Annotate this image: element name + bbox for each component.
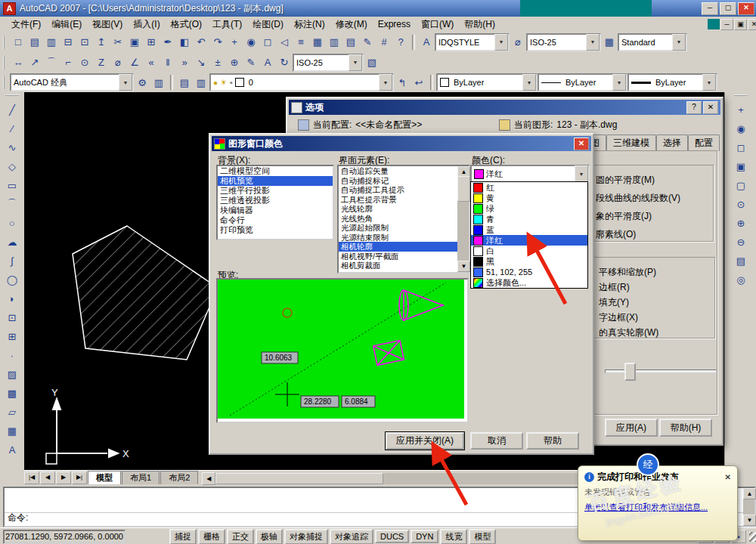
make-block-button[interactable]: ⊞ xyxy=(3,327,21,345)
list-scrollbar[interactable]: ▲ ▼ xyxy=(457,166,469,272)
tolerance-button[interactable]: ± xyxy=(209,54,226,71)
menu-item[interactable]: Express xyxy=(373,17,416,31)
color-option[interactable]: 洋红 xyxy=(471,235,587,246)
markup-button[interactable]: ✎ xyxy=(359,34,376,51)
status-toggle[interactable]: 极轴 xyxy=(256,529,283,544)
color-option[interactable]: 黑 xyxy=(471,256,587,267)
options-tab[interactable]: 选择 xyxy=(656,134,688,151)
dimension-edit-button[interactable]: ✎ xyxy=(243,54,259,71)
toolbar-grip[interactable] xyxy=(3,76,7,89)
arc-button[interactable]: ⌒ xyxy=(3,195,21,213)
zoom-realtime-button[interactable]: ◉ xyxy=(243,34,259,51)
menu-item[interactable]: 插入(I) xyxy=(128,17,165,32)
menu-item[interactable]: 帮助(H) xyxy=(459,17,500,32)
insert-block-button[interactable]: ⊡ xyxy=(3,308,21,326)
layer-on-icon[interactable]: ● xyxy=(213,79,218,87)
context-list[interactable]: 二维模型空间相机预览三维平行投影三维透视投影块编辑器命令行打印预览 xyxy=(216,165,334,240)
menu-item[interactable]: 窗口(W) xyxy=(416,17,459,32)
balloon-close-icon[interactable]: ✕ xyxy=(725,473,731,481)
layout-tab[interactable]: 模型 xyxy=(88,471,121,484)
aligned-dimension-button[interactable]: ↗ xyxy=(26,54,43,71)
menu-item[interactable]: 绘图(D) xyxy=(247,17,289,32)
plot-button[interactable]: ⊟ xyxy=(60,34,76,51)
quickcalc-button[interactable]: # xyxy=(376,34,392,51)
menu-item[interactable]: 标注(N) xyxy=(289,17,330,32)
layout-tab[interactable]: 布局2 xyxy=(160,471,198,484)
region-button[interactable]: ▱ xyxy=(3,403,21,421)
new-button[interactable]: □ xyxy=(10,34,26,51)
status-toggle[interactable]: 线宽 xyxy=(440,529,467,544)
workspace-settings-button[interactable]: ⚙ xyxy=(134,74,150,91)
layer-lock-icon[interactable]: ▪ xyxy=(230,78,233,87)
color-option[interactable]: 51, 102, 255 xyxy=(471,267,587,277)
status-toggle[interactable]: 正交 xyxy=(227,529,254,544)
construction-line-button[interactable]: ∕ xyxy=(3,119,21,138)
match-properties-button[interactable]: ✒ xyxy=(160,34,176,51)
publish-button[interactable]: ↥ xyxy=(93,34,110,51)
linetype-combo[interactable]: ByLayer ▼ xyxy=(538,73,627,91)
resize-grip[interactable] xyxy=(749,532,756,542)
spline-button[interactable]: ∫ xyxy=(3,252,21,270)
command-prompt[interactable]: 命令: xyxy=(8,512,28,524)
layer-properties-manager-button[interactable]: ▤ xyxy=(176,74,193,91)
menu-item[interactable]: 文件(F) xyxy=(6,17,46,32)
color-option[interactable]: 绿 xyxy=(471,203,587,214)
scrollbar-thumb[interactable] xyxy=(215,473,383,484)
help-button[interactable]: 帮助(H) xyxy=(659,419,712,437)
status-toggle[interactable]: 对象追踪 xyxy=(330,529,373,544)
paste-button[interactable]: ⊞ xyxy=(143,34,160,51)
dimension-update-button[interactable]: ↻ xyxy=(276,54,293,71)
color-option[interactable]: 黄 xyxy=(471,193,587,203)
mdi-restore-button[interactable]: ▣ xyxy=(734,19,747,30)
text-style-button[interactable]: A xyxy=(418,34,435,51)
combo-arrow-icon[interactable]: ▼ xyxy=(522,74,536,91)
combo-arrow-icon[interactable]: ▼ xyxy=(586,34,600,51)
close-button[interactable]: ✕ xyxy=(738,2,754,15)
ellipse-button[interactable]: ◯ xyxy=(3,270,21,289)
mdi-close-button[interactable]: ✕ xyxy=(748,19,756,30)
mdi-minimize-button[interactable]: ─ xyxy=(720,19,733,30)
baseline-dimension-button[interactable]: ‖ xyxy=(160,54,176,71)
context-list-item[interactable]: 二维模型空间 xyxy=(218,166,333,176)
balloon-details-link[interactable]: 单击以查看打印和发布详细信息... xyxy=(584,502,731,513)
revision-cloud-button[interactable]: ☁ xyxy=(3,233,21,251)
apply-button[interactable]: 应用(A) xyxy=(605,419,658,437)
context-list-item[interactable]: 块编辑器 xyxy=(218,206,333,215)
zoom-dynamic-button[interactable]: ▣ xyxy=(732,157,750,175)
cut-button[interactable]: ✂ xyxy=(110,34,126,51)
menu-item[interactable]: 工具(T) xyxy=(207,17,247,32)
properties-button[interactable]: ≡ xyxy=(293,34,309,51)
status-toggle[interactable]: 栅格 xyxy=(198,529,225,544)
context-list-item[interactable]: 命令行 xyxy=(218,215,333,225)
copy-button[interactable]: ▣ xyxy=(126,34,143,51)
color-option[interactable]: 选择颜色... xyxy=(471,277,587,288)
zoom-all-button[interactable]: ▤ xyxy=(732,252,750,270)
layer-combo[interactable]: ● ☀ ▪ 0 ▼ xyxy=(209,73,394,91)
pan-button[interactable]: + xyxy=(226,34,243,51)
scroll-down-icon[interactable]: ▼ xyxy=(457,261,470,272)
workspace-combo[interactable]: AutoCAD 经典 ▼ xyxy=(10,73,134,91)
scroll-up-icon[interactable]: ▲ xyxy=(743,488,756,499)
point-button[interactable]: · xyxy=(3,346,21,364)
continue-dimension-button[interactable]: » xyxy=(176,54,193,71)
polygon-button[interactable]: ◇ xyxy=(3,157,21,175)
dimension-style-combo[interactable]: ISO-25 ▼ xyxy=(293,54,364,72)
element-list-item[interactable]: 相机视野/平截面 xyxy=(339,252,457,261)
zoom-scale-button[interactable]: ▢ xyxy=(732,176,750,194)
combo-arrow-icon[interactable]: ▼ xyxy=(612,74,626,91)
colors-dialog-titlebar[interactable]: 图形窗口颜色 ✕ xyxy=(212,136,591,151)
radius-dimension-button[interactable]: ⊙ xyxy=(76,54,93,71)
color-combo[interactable]: 洋红 ▼ xyxy=(470,165,590,183)
table-button[interactable]: ▦ xyxy=(3,422,21,440)
element-list-item[interactable]: 自动追踪矢量 xyxy=(339,166,457,176)
tab-nav-button[interactable]: ◀ xyxy=(40,471,55,484)
context-list-item[interactable]: 打印预览 xyxy=(218,225,333,235)
status-toggle[interactable]: 模型 xyxy=(469,529,496,544)
gradient-button[interactable]: ▩ xyxy=(3,384,21,402)
arc-length-dimension-button[interactable]: ⌒ xyxy=(43,54,60,71)
color-option[interactable]: 红 xyxy=(471,182,587,193)
object-color-combo[interactable]: ByLayer ▼ xyxy=(436,73,538,91)
color-option[interactable]: 蓝 xyxy=(471,224,587,235)
coordinate-readout[interactable]: 27081.1290, 5972.0966, 0.0000 xyxy=(3,530,125,544)
close-icon[interactable]: ✕ xyxy=(574,138,589,150)
